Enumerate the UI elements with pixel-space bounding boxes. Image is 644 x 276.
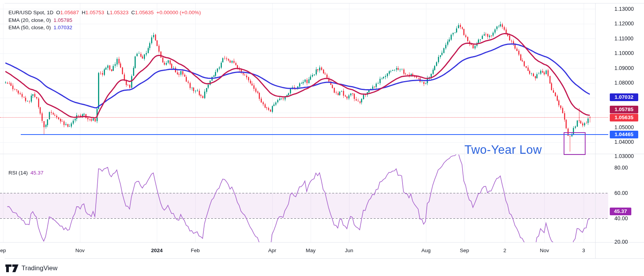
price-rsi-chart-canvas[interactable] xyxy=(0,0,644,276)
chart-bottom-border xyxy=(5,258,644,259)
rsi-axis-label: 60.00 xyxy=(614,190,628,196)
price-axis-label: 1.11000 xyxy=(614,35,634,42)
ema20-value: 1.05785 xyxy=(53,17,72,23)
time-axis-label: Sep xyxy=(460,248,469,253)
ema50-value: 1.07032 xyxy=(53,24,72,31)
tradingview-logo[interactable]: TradingView xyxy=(5,264,58,273)
price-axis-label: 1.08000 xyxy=(614,80,634,86)
time-axis-separator xyxy=(0,242,644,243)
price-axis-label: 1.09000 xyxy=(614,65,634,71)
ohlc-low: L1.05323 xyxy=(107,9,128,16)
time-axis-label: 2024 xyxy=(151,248,163,253)
ema20-label: EMA (20, close, 0) xyxy=(8,17,51,23)
time-axis-label: 3 xyxy=(582,248,585,253)
rsi-axis-label: 40.00 xyxy=(614,215,628,222)
time-axis-label: Nov xyxy=(540,248,549,253)
pane-separator[interactable] xyxy=(0,154,644,154)
ema20-legend-row[interactable]: EMA (20, close, 0) 1.05785 xyxy=(8,17,72,23)
price-badge: 1.05635 xyxy=(610,114,638,121)
ohlc-close: C1.05635 xyxy=(131,9,154,16)
time-axis-label: Jun xyxy=(345,248,353,253)
price-axis-label: 1.10000 xyxy=(614,50,634,57)
rsi-legend-row[interactable]: RSI (14) 45.37 xyxy=(8,170,43,176)
ohlc-open: O1.05687 xyxy=(56,9,79,16)
chart-top-border xyxy=(5,3,644,3)
price-badge: 1.05785 xyxy=(610,106,638,113)
price-badge: 1.04465 xyxy=(610,131,638,138)
rsi-badge: 45.37 xyxy=(610,208,631,215)
time-axis-label: Feb xyxy=(191,248,200,253)
tradingview-chart-app: Two-Year Low EUR/USD Spot, 1D O1.05687 H… xyxy=(0,0,644,276)
low-highlight-rectangle[interactable] xyxy=(564,132,586,155)
price-axis-label: 1.12000 xyxy=(614,20,634,27)
time-axis-label: May xyxy=(306,248,316,253)
last-price-dotted-line xyxy=(0,117,608,118)
price-axis-label: 1.03000 xyxy=(614,153,634,160)
price-axis-label: 1.05000 xyxy=(614,124,634,131)
rsi-label: RSI (14) xyxy=(8,170,28,176)
time-axis-label: ep xyxy=(0,248,6,253)
rsi-axis-label: 20.00 xyxy=(614,239,628,245)
price-axis-border xyxy=(595,3,596,258)
ohlc-change: +0.00000 (+0.00%) xyxy=(156,9,201,16)
time-axis-label: Nov xyxy=(75,248,85,253)
two-year-low-annotation[interactable]: Two-Year Low xyxy=(464,143,542,157)
support-level-line[interactable] xyxy=(21,134,608,135)
rsi-axis-label: 80.00 xyxy=(614,165,628,171)
symbol-legend-row[interactable]: EUR/USD Spot, 1D O1.05687 H1.05753 L1.05… xyxy=(8,9,201,16)
tradingview-logo-text: TradingView xyxy=(22,264,58,272)
price-badge: 1.07032 xyxy=(610,93,638,101)
ema50-label: EMA (50, close, 0) xyxy=(8,24,51,31)
symbol-title: EUR/USD Spot, 1D xyxy=(8,9,53,16)
time-axis-label: Apr xyxy=(268,248,276,253)
ema50-legend-row[interactable]: EMA (50, close, 0) 1.07032 xyxy=(8,24,72,31)
time-axis-label: 2 xyxy=(503,248,506,253)
rsi-value: 45.37 xyxy=(30,170,43,176)
time-axis-label: Aug xyxy=(421,248,431,253)
price-axis-label: 1.04000 xyxy=(614,139,634,145)
price-axis-label: 1.13000 xyxy=(614,6,634,12)
ohlc-high: H1.05753 xyxy=(82,9,104,16)
tradingview-mark-icon xyxy=(5,264,18,273)
